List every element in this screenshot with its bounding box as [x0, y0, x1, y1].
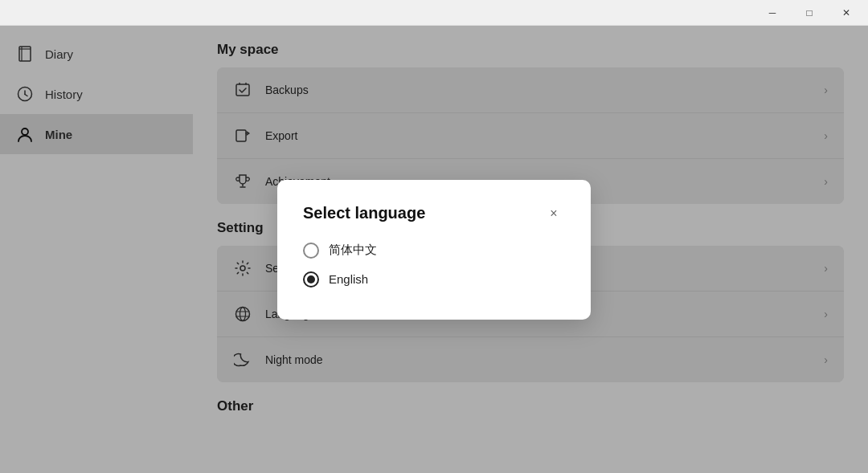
radio-en-inner	[307, 275, 315, 283]
dialog-header: Select language ×	[303, 202, 565, 225]
language-zh-label: 简体中文	[329, 243, 377, 258]
modal-overlay[interactable]: Select language × 简体中文 English	[0, 26, 868, 473]
language-option-zh[interactable]: 简体中文	[303, 243, 565, 259]
language-option-en[interactable]: English	[303, 271, 565, 287]
title-bar: ─ □ ✕	[0, 0, 868, 26]
minimize-button[interactable]: ─	[754, 0, 791, 26]
dialog-title: Select language	[303, 204, 425, 222]
language-dialog: Select language × 简体中文 English	[277, 180, 591, 320]
language-en-label: English	[329, 272, 368, 286]
radio-zh[interactable]	[303, 243, 319, 259]
radio-en[interactable]	[303, 271, 319, 287]
dialog-close-button[interactable]: ×	[542, 202, 565, 225]
close-button[interactable]: ✕	[828, 0, 865, 26]
maximize-button[interactable]: □	[791, 0, 828, 26]
